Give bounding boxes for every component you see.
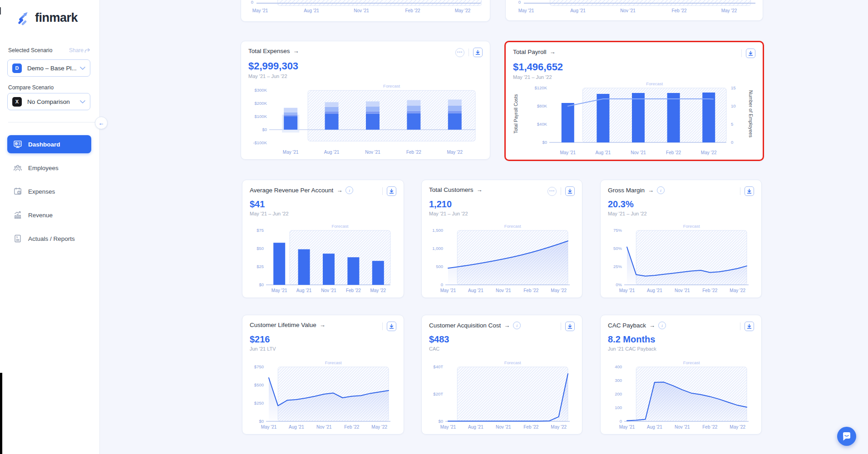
expenses-icon: $ [13, 187, 22, 196]
arrow-right-icon[interactable]: → [550, 49, 556, 55]
metric-subtitle: May '21 – Jun '22 [608, 211, 754, 216]
download-icon[interactable] [565, 186, 575, 196]
download-icon[interactable] [746, 49, 755, 58]
cac-chart: Forecast$40T$20T$0May '21Aug '21Nov '21F… [426, 358, 576, 432]
x-axis-label: Nov '21 [620, 8, 636, 13]
svg-text:25%: 25% [613, 264, 622, 269]
sidebar-item-revenue[interactable]: Revenue [7, 206, 91, 224]
svg-text:May '21: May '21 [440, 288, 456, 293]
sidebar-item-employees[interactable]: Employees [7, 159, 91, 177]
arrow-right-icon[interactable]: → [504, 322, 510, 328]
total-customers-chart: Forecast1,5001,0005000May '21Aug '21Nov … [426, 221, 576, 296]
card-cac-payback: CAC Payback → i 8.2 Months Jun '21 CAC P… [600, 315, 762, 434]
sidebar-item-actuals-reports[interactable]: $ Actuals / Reports [7, 229, 91, 248]
svg-text:15: 15 [731, 85, 736, 90]
divider [561, 187, 561, 195]
svg-text:300: 300 [615, 378, 622, 383]
svg-text:Forecast: Forecast [325, 360, 342, 365]
employees-icon [13, 163, 22, 172]
svg-text:$200K: $200K [255, 101, 267, 106]
arrow-right-icon[interactable]: → [648, 187, 654, 193]
metric-subtitle: CAC [429, 346, 575, 351]
chat-launcher-button[interactable] [837, 427, 856, 446]
info-icon[interactable]: i [658, 322, 666, 329]
download-icon[interactable] [745, 322, 754, 331]
finmark-logo-icon [16, 10, 32, 25]
svg-text:500: 500 [436, 264, 443, 269]
svg-text:Feb '22: Feb '22 [346, 288, 361, 293]
svg-text:Feb '22: Feb '22 [702, 425, 717, 430]
svg-text:75%: 75% [613, 228, 622, 233]
svg-text:$0: $0 [542, 140, 547, 145]
x-axis-label: Feb '22 [671, 8, 686, 13]
svg-text:0: 0 [441, 282, 443, 287]
arrow-right-icon[interactable]: → [320, 322, 326, 328]
dashboard-content: 0 May '21 Aug '21 Nov '21 Feb '22 May '2… [100, 0, 868, 454]
svg-text:May '22: May '22 [371, 425, 387, 430]
compare-scenario-label: Compare Scenario [8, 84, 54, 91]
ellipsis-icon[interactable]: ••• [455, 48, 464, 57]
download-icon[interactable] [565, 322, 575, 331]
sidebar-item-label: Actuals / Reports [28, 235, 75, 242]
x-axis-label: May '22 [721, 8, 737, 13]
arrow-right-icon[interactable]: → [649, 322, 655, 328]
svg-text:Feb '22: Feb '22 [666, 150, 681, 155]
svg-text:$80K: $80K [537, 103, 547, 108]
download-icon[interactable] [473, 48, 483, 57]
sidebar-item-dashboard[interactable]: Dashboard [7, 135, 91, 153]
svg-text:Feb '22: Feb '22 [406, 150, 421, 155]
card-title: Average Revenue Per Account [250, 187, 333, 194]
svg-text:0: 0 [731, 140, 733, 145]
collapse-sidebar-button[interactable]: ← [95, 117, 108, 129]
finmark-logo[interactable]: finmark [16, 10, 78, 25]
svg-text:Aug '21: Aug '21 [468, 288, 483, 293]
x-axis-label: Nov '21 [354, 8, 369, 13]
compare-badge: X [12, 97, 22, 107]
arrow-right-icon[interactable]: → [477, 187, 483, 193]
share-button[interactable]: Share [69, 47, 90, 54]
download-icon[interactable] [387, 322, 396, 331]
compare-scenario-select[interactable]: X No Comparison [7, 93, 90, 110]
sidebar-item-expenses[interactable]: $ Expenses [7, 182, 91, 200]
arrow-right-icon[interactable]: → [293, 48, 299, 54]
svg-text:Nov '21: Nov '21 [316, 425, 332, 430]
metric-value: $1,496,652 [513, 61, 755, 73]
svg-text:May '22: May '22 [701, 150, 717, 155]
divider [469, 49, 469, 56]
metric-subtitle: Jun '21 LTV [250, 346, 396, 351]
svg-text:May '21: May '21 [619, 425, 635, 430]
sidebar-item-label: Dashboard [28, 141, 60, 148]
svg-text:May '22: May '22 [551, 288, 567, 293]
sidebar-divider [8, 122, 100, 122]
svg-text:Feb '22: Feb '22 [523, 425, 538, 430]
download-icon[interactable] [387, 186, 396, 196]
card-total-customers: Total Customers → ••• 1,210 May '21 – Ju… [421, 180, 582, 298]
info-icon[interactable]: i [513, 322, 521, 329]
svg-text:May '21: May '21 [271, 288, 287, 293]
y-axis-tick: 0 [511, 0, 521, 5]
svg-text:$20T: $20T [433, 391, 443, 396]
info-icon[interactable]: i [657, 186, 665, 194]
download-icon[interactable] [745, 186, 754, 196]
svg-text:0: 0 [620, 419, 622, 424]
svg-text:Forecast: Forecast [504, 224, 521, 229]
svg-text:1,500: 1,500 [432, 228, 443, 233]
svg-text:$0: $0 [259, 419, 264, 424]
info-icon[interactable]: i [345, 186, 353, 194]
arrow-left-icon: ← [99, 120, 104, 127]
card-average-revenue-per-account: Average Revenue Per Account → i $41 May … [242, 180, 404, 298]
svg-text:Forecast: Forecast [383, 83, 400, 88]
selected-scenario-select[interactable]: D Demo – Base Pl... [7, 59, 90, 77]
ellipsis-icon[interactable]: ••• [547, 187, 557, 196]
svg-text:1,000: 1,000 [432, 246, 443, 251]
selected-scenario-label: Selected Scenario [8, 47, 52, 54]
svg-text:May '22: May '22 [447, 150, 463, 155]
x-axis-label: Aug '21 [304, 8, 319, 13]
scenario-name: Demo – Base Pl... [27, 65, 77, 72]
revenue-icon [13, 210, 22, 220]
arrow-right-icon[interactable]: → [336, 187, 342, 193]
svg-text:Nov '21: Nov '21 [365, 150, 380, 155]
total-payroll-chart: Forecast$120K$80K$40K$0151050May '21Aug … [510, 76, 755, 158]
x-axis-line [524, 3, 755, 4]
sidebar-item-label: Expenses [28, 188, 55, 195]
